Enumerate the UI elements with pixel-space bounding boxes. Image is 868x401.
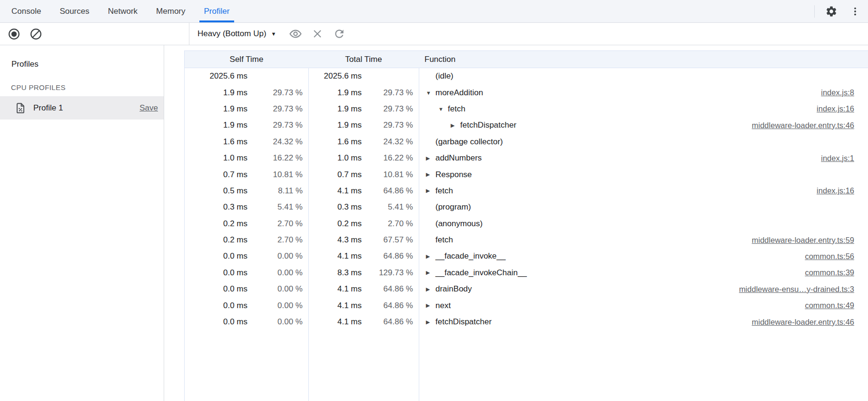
function-name: moreAddition [435, 88, 483, 98]
kebab-menu-icon [850, 6, 860, 17]
expand-arrow-icon[interactable]: ▶ [426, 270, 435, 276]
tab-bar-actions [814, 0, 862, 22]
self-time-ms: 2025.6 ms [185, 71, 247, 81]
expand-arrow-icon[interactable]: ▶ [426, 302, 435, 309]
self-time-ms: 0.2 ms [185, 235, 247, 245]
grid-row[interactable]: 1.9 ms29.73 %1.9 ms29.73 %▶fetchDispatch… [185, 117, 868, 133]
expand-arrow-icon[interactable]: ▶ [426, 319, 435, 325]
self-time-cell: 0.0 ms0.00 % [185, 251, 308, 261]
expand-arrow-icon[interactable]: ▶ [426, 253, 435, 260]
function-name: fetch [448, 104, 465, 114]
tab-profiler[interactable]: Profiler [204, 0, 230, 22]
total-time-ms: 4.1 ms [308, 186, 362, 196]
total-time-percent: 64.86 % [362, 317, 413, 327]
total-time-percent: 129.73 % [362, 268, 413, 278]
self-time-percent: 0.00 % [247, 284, 303, 294]
tab-strip: ConsoleSourcesNetworkMemoryProfiler [0, 0, 229, 22]
profile-view-select[interactable]: Heavy (Bottom Up) ▼ [197, 29, 276, 39]
refresh-button[interactable] [332, 27, 346, 41]
tab-console[interactable]: Console [11, 0, 41, 22]
grid-row[interactable]: 0.7 ms10.81 %0.7 ms10.81 %▶Response [185, 166, 868, 182]
function-name: fetch [435, 235, 453, 245]
total-time-percent: 67.57 % [362, 235, 413, 245]
grid-row[interactable]: 0.5 ms8.11 %4.1 ms64.86 %▶fetchindex.js:… [185, 183, 868, 199]
total-time-percent: 2.70 % [362, 219, 413, 229]
total-time-percent: 10.81 % [362, 170, 413, 180]
expand-arrow-icon[interactable]: ▶ [451, 122, 460, 129]
source-link[interactable]: common.ts:49 [805, 301, 854, 310]
self-time-ms: 1.9 ms [185, 88, 247, 98]
grid-row[interactable]: 2025.6 ms2025.6 ms(idle) [185, 68, 868, 84]
grid-row[interactable]: 0.0 ms0.00 %4.1 ms64.86 %▶nextcommon.ts:… [185, 297, 868, 313]
save-profile-link[interactable]: Save [139, 103, 158, 113]
total-time-ms: 0.3 ms [308, 202, 362, 212]
expand-arrow-icon[interactable]: ▶ [426, 171, 435, 178]
tab-sources[interactable]: Sources [59, 0, 89, 22]
grid-row[interactable]: 1.0 ms16.22 %1.0 ms16.22 %▶addNumbersind… [185, 150, 868, 166]
profile-document-icon [14, 101, 27, 115]
self-time-percent: 29.73 % [247, 120, 303, 130]
grid-row[interactable]: 0.3 ms5.41 %0.3 ms5.41 %(program) [185, 199, 868, 215]
close-icon [312, 28, 323, 40]
total-time-cell: 4.1 ms64.86 % [308, 317, 419, 327]
total-time-ms: 1.0 ms [308, 153, 362, 163]
focus-selected-button[interactable] [288, 27, 303, 41]
expand-arrow-icon[interactable]: ▶ [426, 188, 435, 194]
column-header-function[interactable]: Function [419, 55, 868, 64]
self-time-percent: 0.00 % [247, 317, 303, 327]
source-link[interactable]: middleware-loader.entry.ts:59 [752, 236, 854, 245]
grid-row[interactable]: 0.2 ms2.70 %0.2 ms2.70 %(anonymous) [185, 216, 868, 232]
grid-row[interactable]: 0.0 ms0.00 %8.3 ms129.73 %▶__facade_invo… [185, 265, 868, 281]
source-link[interactable]: index.js:1 [821, 154, 854, 163]
record-button[interactable] [7, 27, 21, 41]
expand-arrow-icon[interactable]: ▶ [426, 155, 435, 161]
grid-row[interactable]: 1.9 ms29.73 %1.9 ms29.73 %▼fetchindex.js… [185, 101, 868, 117]
grid-row[interactable]: 0.0 ms0.00 %4.1 ms64.86 %▶drainBodymiddl… [185, 281, 868, 297]
tab-memory[interactable]: Memory [156, 0, 185, 22]
more-options-button[interactable] [848, 4, 862, 19]
expand-arrow-icon[interactable]: ▼ [426, 90, 435, 96]
cpu-profiles-section-label: CPU PROFILES [0, 69, 164, 96]
column-header-total-time[interactable]: Total Time [308, 55, 419, 64]
self-time-ms: 1.6 ms [185, 137, 247, 147]
self-time-cell: 1.0 ms16.22 % [185, 153, 308, 163]
chevron-down-icon: ▼ [271, 31, 276, 37]
source-link[interactable]: common.ts:56 [805, 252, 854, 261]
source-link[interactable]: index.js:8 [821, 88, 854, 97]
profile-item[interactable]: Profile 1 Save [0, 96, 164, 120]
clear-profiles-button[interactable] [29, 27, 43, 41]
function-cell: ▶drainBodymiddleware-ensu…y-drained.ts:3 [419, 284, 868, 294]
self-time-cell: 0.5 ms8.11 % [185, 186, 308, 196]
function-cell: ▼moreAdditionindex.js:8 [419, 88, 868, 98]
function-name: fetch [435, 186, 453, 196]
source-link[interactable]: middleware-loader.entry.ts:46 [752, 318, 854, 327]
settings-button[interactable] [824, 4, 838, 19]
refresh-icon [333, 28, 345, 40]
grid-row[interactable]: 1.6 ms24.32 %1.6 ms24.32 %(garbage colle… [185, 134, 868, 150]
tab-network[interactable]: Network [108, 0, 138, 22]
function-cell: ▶Response [419, 170, 868, 180]
expand-arrow-icon[interactable]: ▶ [426, 286, 435, 292]
exclude-selected-button[interactable] [310, 27, 325, 41]
grid-row[interactable]: 0.0 ms0.00 %4.1 ms64.86 %▶fetchDispatche… [185, 314, 868, 330]
expand-arrow-icon[interactable]: ▼ [438, 106, 448, 112]
devtools-tab-bar: ConsoleSourcesNetworkMemoryProfiler [0, 0, 868, 23]
source-link[interactable]: common.ts:39 [805, 268, 854, 277]
eye-icon [289, 27, 302, 40]
source-link[interactable]: middleware-loader.entry.ts:46 [752, 121, 854, 130]
function-cell: ▶__facade_invoke__common.ts:56 [419, 251, 868, 261]
source-link[interactable]: index.js:16 [817, 186, 854, 195]
source-link[interactable]: index.js:16 [817, 104, 854, 113]
total-time-ms: 8.3 ms [308, 268, 362, 278]
source-link[interactable]: middleware-ensu…y-drained.ts:3 [739, 285, 854, 294]
grid-row[interactable]: 0.2 ms2.70 %4.3 ms67.57 %fetchmiddleware… [185, 232, 868, 248]
total-time-ms: 4.1 ms [308, 317, 362, 327]
function-cell: (program) [419, 202, 868, 212]
self-time-cell: 1.9 ms29.73 % [185, 88, 308, 98]
total-time-ms: 4.1 ms [308, 301, 362, 311]
function-name: __facade_invoke__ [435, 251, 505, 261]
function-cell: ▶fetchDispatchermiddleware-loader.entry.… [419, 120, 868, 130]
column-header-self-time[interactable]: Self Time [185, 55, 308, 64]
grid-row[interactable]: 0.0 ms0.00 %4.1 ms64.86 %▶__facade_invok… [185, 248, 868, 264]
grid-row[interactable]: 1.9 ms29.73 %1.9 ms29.73 %▼moreAdditioni… [185, 84, 868, 100]
